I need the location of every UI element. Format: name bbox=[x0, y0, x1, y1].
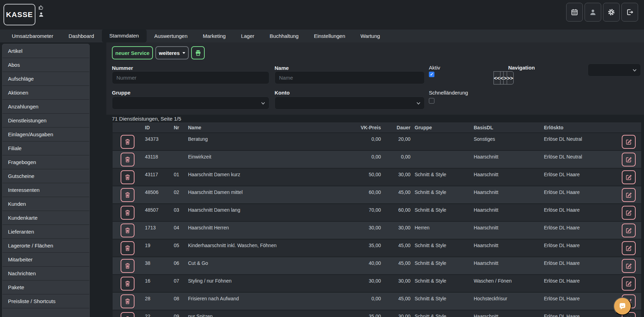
sidebar-item[interactable]: Einlagen/Ausgaben bbox=[2, 128, 89, 141]
cell-basisdl: Haarschnitt bbox=[474, 222, 544, 239]
cell-gruppe: Schnitt & Style bbox=[415, 169, 474, 186]
sidebar-item[interactable]: Abos bbox=[2, 58, 89, 72]
sidebar-item[interactable]: Fragebogen bbox=[2, 155, 89, 169]
nav-tab-label: Umsatzbarometer bbox=[12, 33, 53, 39]
edit-icon bbox=[625, 156, 632, 163]
edit-row-button[interactable] bbox=[622, 188, 636, 202]
nav-tab[interactable]: Umsatzbarometer bbox=[4, 30, 61, 42]
schnellaenderung-checkbox[interactable] bbox=[429, 98, 434, 104]
aktiv-checkbox[interactable]: ✓ bbox=[429, 72, 434, 77]
nav-tab-label: Wartung bbox=[360, 33, 380, 39]
sidebar-item[interactable]: Dienstleistungen bbox=[2, 114, 89, 128]
sidebar-item[interactable]: Preisliste / Shortcuts bbox=[2, 294, 89, 308]
app: KASSE bbox=[0, 0, 644, 317]
sidebar-item[interactable]: Aufschläge bbox=[2, 72, 89, 86]
user-button[interactable] bbox=[585, 3, 601, 22]
sidebar-item[interactable]: Aktionen bbox=[2, 86, 89, 100]
delete-row-button[interactable] bbox=[121, 223, 134, 237]
navigation-button[interactable]: >> bbox=[507, 71, 514, 84]
delete-row-button[interactable] bbox=[121, 312, 134, 317]
brand-icons bbox=[38, 4, 44, 17]
sidebar-item[interactable]: Kunden bbox=[2, 197, 89, 211]
table-row: 22 09 nur Spitzen 35,00 30,00 Schnitt & … bbox=[113, 310, 641, 317]
nav-tab[interactable]: Marketing bbox=[195, 30, 234, 42]
edit-icon bbox=[625, 280, 632, 287]
col-header-nr: Nr bbox=[174, 125, 188, 130]
delete-row-button[interactable] bbox=[121, 135, 134, 149]
table-row: 43117 01 Haarschnitt Damen kurz 50,00 30… bbox=[113, 169, 641, 186]
cell-erloeskto: Erlöse DL Haare bbox=[544, 169, 622, 186]
edit-row-button[interactable] bbox=[622, 170, 636, 184]
edit-row-button[interactable] bbox=[622, 153, 636, 166]
nav-tab[interactable]: Einstellungen bbox=[306, 30, 353, 42]
edit-row-button[interactable] bbox=[622, 241, 636, 255]
gruppe-select[interactable] bbox=[112, 97, 269, 109]
nav-tab[interactable]: Stammdaten bbox=[102, 29, 147, 42]
edit-row-button[interactable] bbox=[622, 206, 636, 220]
sidebar-item[interactable]: Nachrichten bbox=[2, 267, 89, 281]
cell-name: Einwirkzeit bbox=[188, 151, 346, 168]
cell-id: 43118 bbox=[145, 151, 174, 168]
user-icon bbox=[589, 8, 597, 16]
cell-erloeskto: Erlöse DL Neutral bbox=[544, 133, 622, 150]
nav-tab[interactable]: Wartung bbox=[353, 30, 388, 42]
nav-tab-label: Marketing bbox=[203, 33, 226, 39]
sidebar-item[interactable]: Lagerorte / Flächen bbox=[2, 239, 89, 253]
cell-name: Beratung bbox=[188, 133, 346, 150]
sidebar-item[interactable]: Mitarbeiter bbox=[2, 253, 89, 267]
delete-row-button[interactable] bbox=[121, 259, 134, 273]
edit-row-button[interactable] bbox=[622, 135, 636, 149]
sidebar-item[interactable]: Artikel bbox=[2, 44, 89, 58]
col-header-id: ID bbox=[145, 125, 174, 130]
more-button[interactable]: weiteres bbox=[155, 46, 189, 59]
cell-dauer: 30,00 bbox=[383, 169, 410, 186]
col-header-erloeskto: Erlöskto bbox=[544, 125, 622, 130]
logout-button[interactable] bbox=[621, 3, 638, 22]
delete-row-button[interactable] bbox=[121, 206, 134, 220]
nav-tab[interactable]: Buchhaltung bbox=[262, 30, 306, 42]
nav-tab[interactable]: Auswertungen bbox=[147, 30, 195, 42]
new-service-button[interactable]: neuer Service bbox=[112, 46, 153, 59]
edit-row-button[interactable] bbox=[622, 223, 636, 237]
cell-erloeskto: Erlöse DL Haare bbox=[544, 310, 622, 317]
more-button-label: weiteres bbox=[159, 50, 180, 56]
delete-row-button[interactable] bbox=[121, 277, 134, 291]
sidebar-item[interactable]: Interessenten bbox=[2, 183, 89, 197]
sidebar-item[interactable]: Filiale bbox=[2, 141, 89, 155]
chat-widget-button[interactable] bbox=[613, 297, 631, 315]
sidebar-item[interactable]: Gutscheine bbox=[2, 169, 89, 183]
delete-row-button[interactable] bbox=[121, 294, 134, 308]
navigation-button[interactable]: << bbox=[494, 71, 500, 84]
nummer-label: Nummer bbox=[112, 65, 133, 71]
settings-button[interactable] bbox=[603, 3, 620, 22]
cell-erloeskto: Erlöse DL Haare bbox=[544, 222, 622, 239]
table-row: 34373 Beratung 0,00 20,00 Sonstiges Erlö… bbox=[113, 133, 641, 150]
sidebar-item[interactable]: Pakete bbox=[2, 281, 89, 294]
nav-tab[interactable]: Dashboard bbox=[61, 30, 101, 42]
konto-select[interactable] bbox=[275, 97, 425, 109]
cell-vk-preis: 50,00 bbox=[346, 169, 381, 186]
cell-gruppe: Schnitt & Style bbox=[415, 204, 474, 221]
cell-id: 1713 bbox=[145, 222, 174, 239]
calendar-button[interactable] bbox=[566, 3, 583, 22]
print-button[interactable] bbox=[191, 46, 205, 59]
brand-logo[interactable]: KASSE bbox=[3, 4, 35, 25]
cell-gruppe: Herren bbox=[415, 222, 474, 239]
edit-row-button[interactable] bbox=[622, 277, 636, 291]
nummer-input[interactable] bbox=[112, 71, 269, 84]
sidebar-item[interactable]: Anzahlungen bbox=[2, 100, 89, 114]
delete-row-button[interactable] bbox=[121, 241, 134, 255]
sidebar-item[interactable]: Kundenkarte bbox=[2, 211, 89, 225]
konto-label: Konto bbox=[275, 90, 290, 96]
edit-row-button[interactable] bbox=[622, 259, 636, 273]
cell-name: Haarschnitt Damen mittel bbox=[188, 186, 346, 203]
sidebar-item[interactable]: Lieferanten bbox=[2, 225, 89, 239]
page-select[interactable] bbox=[588, 64, 641, 76]
delete-row-button[interactable] bbox=[121, 170, 134, 184]
delete-row-button[interactable] bbox=[121, 153, 134, 166]
trash-icon bbox=[124, 262, 131, 269]
cell-gruppe: Schnitt & Style bbox=[415, 239, 474, 257]
delete-row-button[interactable] bbox=[121, 188, 134, 202]
nav-tab[interactable]: Lager bbox=[233, 30, 262, 42]
name-input[interactable] bbox=[275, 71, 425, 84]
